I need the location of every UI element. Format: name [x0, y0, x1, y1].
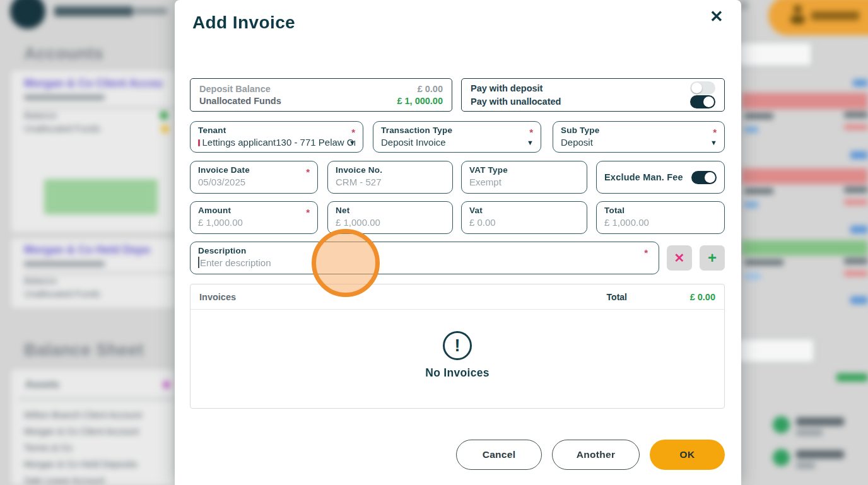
account-number-text — [24, 95, 105, 100]
chart-green-block — [44, 179, 158, 214]
link-bar — [850, 296, 868, 304]
balance-label: Balance — [24, 110, 57, 120]
net-input[interactable] — [336, 217, 445, 228]
chevron-down-icon: ▼ — [527, 139, 534, 146]
text-bar — [744, 113, 773, 119]
amount-text-bar — [796, 418, 844, 426]
link-bar — [744, 202, 758, 207]
divider — [24, 107, 175, 108]
total-label: Total — [604, 206, 717, 215]
invoices-panel: Invoices Total £ 0.00 ! No Invoices — [190, 284, 725, 409]
total-input[interactable] — [604, 217, 717, 228]
nav-menu-item — [134, 8, 167, 15]
transaction-type-select[interactable]: Transaction Type Deposit Invoice * ▼ — [373, 121, 541, 153]
unallocated-status-dot — [161, 125, 169, 133]
chevron-down-icon: ▼ — [349, 139, 356, 146]
net-label: Net — [336, 206, 445, 215]
toggle-knob — [691, 83, 702, 93]
green-amount-bar — [836, 373, 868, 382]
add-row-button[interactable]: + — [700, 245, 725, 271]
pay-options-box: Pay with deposit Pay with unallocated — [461, 78, 725, 112]
amount-bar-red — [844, 124, 868, 130]
unallocated-funds-label: Unallocated Funds — [24, 289, 100, 299]
status-circle-icon — [773, 416, 790, 433]
required-asterisk: * — [306, 207, 310, 218]
link-text — [853, 79, 868, 86]
amount-input[interactable] — [198, 217, 310, 228]
amount-bar — [844, 187, 868, 193]
invoice-no-label: Invoice No. — [336, 165, 445, 175]
net-field: Net — [327, 201, 453, 234]
exclude-man-fee-field: Exclude Man. Fee — [596, 161, 725, 194]
amount-bar-red — [844, 271, 868, 276]
invoices-header-label: Invoices — [199, 292, 607, 302]
required-asterisk: * — [713, 127, 717, 137]
assets-label: Assets — [25, 378, 59, 390]
close-icon[interactable]: ✕ — [705, 5, 728, 28]
toggle-knob — [705, 172, 715, 183]
modal-title: Add Invoice — [192, 13, 295, 33]
another-button[interactable]: Another — [552, 440, 640, 470]
row-band-red — [741, 93, 868, 109]
description-label: Description — [198, 246, 651, 255]
amount-label: Amount — [198, 206, 310, 215]
description-field: Description * — [190, 242, 659, 274]
remove-row-button[interactable]: ✕ — [667, 245, 692, 271]
sub-type-select[interactable]: Sub Type Deposit * ▼ — [553, 121, 725, 153]
link-bar — [744, 273, 761, 279]
unallocated-funds-label: Unallocated Funds — [24, 124, 100, 134]
amount-text-bar — [796, 450, 844, 459]
account-number-text — [24, 261, 105, 267]
pay-with-unallocated-row: Pay with unallocated — [471, 95, 715, 108]
invoice-no-input[interactable] — [336, 177, 445, 187]
account-link-2: Morgan & Co Held Depo — [24, 243, 150, 257]
app-logo — [10, 0, 45, 29]
link-bar — [850, 151, 868, 159]
assets-status-dot — [163, 381, 170, 389]
row-band-green — [741, 240, 868, 255]
unallocated-funds-row: Unallocated Funds £ 1, 000.00 — [199, 96, 443, 106]
ok-button[interactable]: OK — [650, 440, 725, 470]
deposit-balance-value: £ 0.00 — [418, 84, 443, 94]
remove-icon: ✕ — [674, 250, 685, 266]
toggle-knob — [703, 96, 714, 107]
pay-with-deposit-label: Pay with deposit — [471, 83, 542, 93]
text-bar — [744, 188, 773, 194]
pay-with-deposit-toggle[interactable] — [690, 81, 715, 95]
cancel-button[interactable]: Cancel — [456, 440, 542, 470]
asset-list-item: Morgan & Co Client Account — [24, 426, 139, 436]
app-wordmark — [54, 6, 133, 16]
amount-bar — [844, 258, 868, 264]
required-asterisk: * — [306, 167, 310, 177]
person-icon — [794, 5, 802, 13]
sub-type-label: Sub Type — [561, 126, 717, 135]
unallocated-funds-label: Unallocated Funds — [199, 96, 281, 106]
description-input[interactable] — [198, 257, 651, 268]
vat-type-value: Exempt — [469, 177, 579, 187]
asset-list-item: Sale Lease Account — [24, 476, 105, 485]
pay-with-unallocated-toggle[interactable] — [690, 95, 715, 108]
vat-type-field[interactable]: VAT Type Exempt — [461, 161, 587, 194]
amount-bar-red — [844, 199, 868, 205]
amount-field: Amount * — [190, 201, 318, 234]
vat-input[interactable] — [469, 217, 579, 228]
unallocated-funds-value: £ 1, 000.00 — [397, 96, 443, 106]
vat-label: Vat — [469, 206, 579, 215]
invoices-total-label: Total — [607, 292, 627, 302]
invoice-date-input[interactable] — [198, 177, 310, 187]
no-invoices-text: No Invoices — [191, 366, 724, 380]
tenant-select[interactable]: Tenant Lettings applicant130 - 771 Pelaw… — [190, 121, 363, 153]
account-link-1: Morgan & Co Client Accou — [24, 77, 163, 90]
required-asterisk: * — [351, 127, 355, 137]
status-circle-icon — [773, 449, 790, 466]
required-asterisk: * — [529, 127, 533, 137]
text-bar — [744, 259, 783, 266]
transaction-type-label: Transaction Type — [381, 126, 533, 135]
pay-with-deposit-row: Pay with deposit — [471, 81, 715, 95]
exclamation-circle-icon: ! — [443, 331, 472, 360]
invoices-total-value: £ 0.00 — [627, 292, 715, 302]
pay-with-unallocated-label: Pay with unallocated — [471, 96, 561, 107]
exclude-man-fee-label: Exclude Man. Fee — [604, 172, 683, 182]
amount-bar — [844, 112, 868, 118]
exclude-man-fee-toggle[interactable] — [691, 171, 717, 184]
